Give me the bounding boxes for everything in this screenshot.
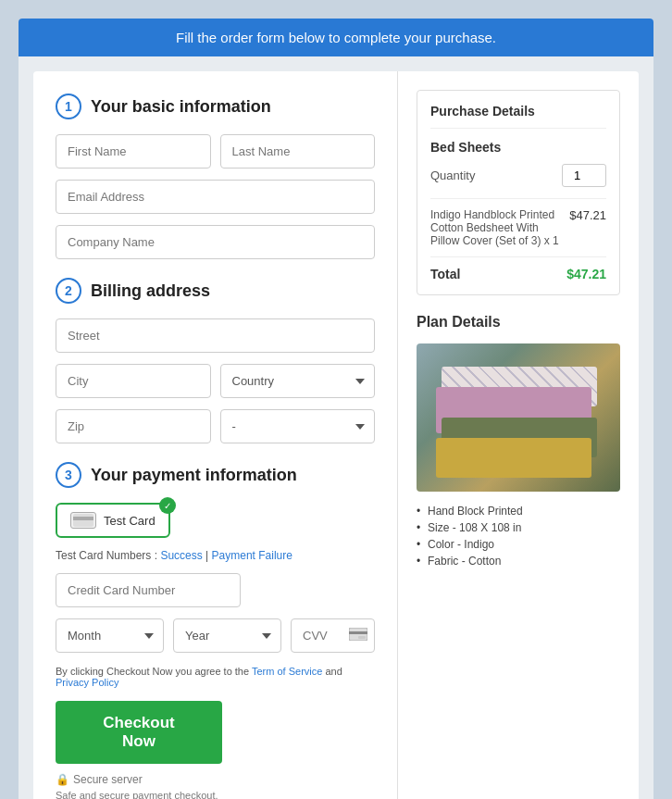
test-card-failure-link[interactable]: Payment Failure <box>212 549 292 562</box>
section3-header: 3 Your payment information <box>56 462 375 488</box>
cvv-card-icon <box>349 628 367 644</box>
terms-link[interactable]: Term of Service <box>252 666 322 677</box>
secure-text: 🔒 Secure server <box>56 773 375 786</box>
plan-details-title: Plan Details <box>417 314 620 331</box>
cc-number-row <box>56 573 375 607</box>
step3-circle: 3 <box>56 462 81 488</box>
safe-text: Safe and secure payment checkout. <box>56 790 375 799</box>
selected-check: ✓ <box>159 497 176 514</box>
test-card-success-link[interactable]: Success <box>160 549 202 562</box>
street-row <box>56 318 375 353</box>
city-country-row: Country United StatesUnited KingdomCanad… <box>56 364 375 398</box>
section3-title: Your payment information <box>91 466 297 485</box>
section1-header: 1 Your basic information <box>56 94 375 119</box>
item-price: $47.21 <box>569 208 606 222</box>
country-select[interactable]: Country United StatesUnited KingdomCanad… <box>220 364 376 398</box>
svg-rect-1 <box>73 517 93 520</box>
company-row <box>56 225 375 259</box>
plan-image <box>417 343 620 492</box>
plan-details: Plan Details Hand Block PrintedSize - 10… <box>417 314 620 568</box>
svg-rect-4 <box>358 636 366 639</box>
step1-circle: 1 <box>56 94 81 119</box>
privacy-link[interactable]: Privacy Policy <box>56 677 118 688</box>
plan-feature-item: Size - 108 X 108 in <box>417 521 620 534</box>
main-content: 1 Your basic information 2 Billing addre… <box>33 71 639 799</box>
top-banner: Fill the order form below to complete yo… <box>19 19 653 56</box>
plan-feature-item: Hand Block Printed <box>417 505 620 518</box>
step2-circle: 2 <box>56 278 81 304</box>
plan-feature-item: Color - Indigo <box>417 538 620 551</box>
year-select[interactable]: Year 20242025202620272028202920302031203… <box>173 618 281 653</box>
card-option[interactable]: Test Card ✓ <box>56 503 170 538</box>
total-row: Total $47.21 <box>430 256 606 281</box>
city-input[interactable] <box>56 364 211 398</box>
street-input[interactable] <box>56 318 375 353</box>
total-label: Total <box>430 267 460 281</box>
section1-title: Your basic information <box>91 97 271 117</box>
left-panel: 1 Your basic information 2 Billing addre… <box>33 71 398 799</box>
email-input[interactable] <box>56 180 375 214</box>
card-label: Test Card <box>104 514 156 528</box>
sheet-stack-image <box>427 351 610 484</box>
state-select[interactable]: - <box>220 409 376 443</box>
checkout-button[interactable]: Checkout Now <box>56 701 222 764</box>
cvv-wrap <box>291 618 375 653</box>
cc-number-input[interactable] <box>56 573 241 607</box>
month-select[interactable]: Month JanuaryFebruaryMarchAprilMayJuneJu… <box>56 618 164 653</box>
banner-text: Fill the order form below to complete yo… <box>176 30 496 45</box>
last-name-input[interactable] <box>220 134 376 169</box>
svg-rect-3 <box>349 631 367 634</box>
page-container: Fill the order form below to complete yo… <box>19 19 653 799</box>
section2-title: Billing address <box>91 281 210 301</box>
zip-input[interactable] <box>56 409 211 443</box>
terms-text: By clicking Checkout Now you agree to th… <box>56 666 375 688</box>
product-name: Bed Sheets <box>430 140 606 155</box>
item-description: Indigo Handblock Printed Cotton Bedsheet… <box>430 208 562 247</box>
card-details-row: Month JanuaryFebruaryMarchAprilMayJuneJu… <box>56 618 375 653</box>
quantity-row: Quantity <box>430 164 606 187</box>
first-name-input[interactable] <box>56 134 211 169</box>
purchase-details-box: Purchase Details Bed Sheets Quantity Ind… <box>417 90 620 295</box>
total-amount: $47.21 <box>566 267 606 281</box>
section2-header: 2 Billing address <box>56 278 375 304</box>
quantity-label: Quantity <box>430 169 475 182</box>
name-row <box>56 134 375 169</box>
plan-features-list: Hand Block PrintedSize - 108 X 108 inCol… <box>417 505 620 568</box>
test-card-info: Test Card Numbers : Success | Payment Fa… <box>56 549 375 562</box>
plan-feature-item: Fabric - Cotton <box>417 555 620 568</box>
card-icon <box>70 512 96 529</box>
right-panel: Purchase Details Bed Sheets Quantity Ind… <box>398 71 639 799</box>
zip-state-row: - <box>56 409 375 443</box>
email-row <box>56 180 375 214</box>
item-row: Indigo Handblock Printed Cotton Bedsheet… <box>430 198 606 247</box>
quantity-input[interactable] <box>562 164 606 187</box>
sheet-layer-1 <box>436 438 591 478</box>
purchase-details-title: Purchase Details <box>430 104 606 129</box>
lock-icon: 🔒 <box>56 773 69 786</box>
company-input[interactable] <box>56 225 375 259</box>
